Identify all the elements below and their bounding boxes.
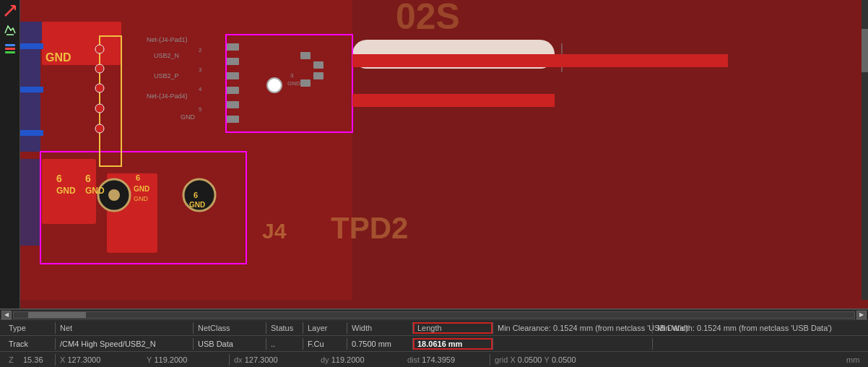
- svg-rect-6: [5, 51, 15, 53]
- svg-rect-38: [226, 116, 239, 123]
- svg-text:6: 6: [136, 173, 140, 182]
- layers-icon[interactable]: [2, 40, 18, 56]
- svg-line-0: [5, 6, 15, 16]
- svg-text:Net-(J4-Pad4): Net-(J4-Pad4): [147, 92, 188, 100]
- svg-text:Net-(J4-Pad1): Net-(J4-Pad1): [147, 36, 188, 43]
- svg-point-65: [95, 45, 104, 53]
- x-value: 127.3000: [67, 355, 100, 364]
- svg-text:GND: GND: [181, 113, 196, 121]
- minwidth-sub-text: (from netclass 'USB Data'): [739, 324, 832, 332]
- svg-text:GND: GND: [189, 201, 205, 209]
- length-value: 18.0616 mm: [413, 338, 492, 350]
- svg-rect-48: [313, 61, 324, 69]
- dy-coord: dy 119.2000: [316, 355, 403, 364]
- svg-text:5: 5: [199, 106, 202, 113]
- layer-value: F.Cu: [303, 340, 347, 348]
- svg-text:6: 6: [194, 191, 198, 199]
- svg-text:GND: GND: [85, 186, 105, 196]
- dx-label: dx: [234, 355, 243, 364]
- horizontal-scrollbar[interactable]: ◀ ▶: [0, 309, 868, 319]
- svg-point-68: [95, 104, 104, 113]
- minwidth-text: Min Width: 0.1524 mm: [657, 324, 737, 332]
- netclass-value: USB Data: [194, 340, 266, 348]
- svg-rect-46: [300, 52, 311, 59]
- svg-text:USB2_P: USB2_P: [154, 72, 179, 79]
- grid-y-label: Y: [544, 355, 550, 364]
- dx-coord: dx 127.3000: [230, 355, 316, 364]
- svg-text:GND: GND: [134, 185, 149, 193]
- svg-rect-35: [226, 72, 239, 79]
- canvas-area[interactable]: GND 6 GND Net-(J4-Pad1) 2 USB2_N 3 3 GND…: [20, 0, 868, 308]
- svg-rect-36: [226, 87, 239, 94]
- dy-label: dy: [321, 355, 329, 364]
- minclear-header: Min Clearance: 0.1524 mm (from netclass …: [493, 324, 652, 332]
- svg-rect-62: [20, 130, 43, 136]
- svg-text:6: 6: [85, 173, 91, 184]
- svg-rect-45: [352, 94, 555, 107]
- svg-text:2: 2: [199, 47, 202, 53]
- scroll-right-button[interactable]: ▶: [856, 311, 867, 319]
- type-value: Track: [4, 340, 55, 348]
- layer-header: Layer: [303, 324, 347, 332]
- length-header: Length: [413, 322, 492, 334]
- svg-text:GND: GND: [45, 51, 71, 64]
- grid-info: grid X 0.0500 Y 0.0500: [490, 355, 842, 364]
- svg-rect-4: [5, 44, 15, 46]
- svg-text:GND: GND: [134, 195, 149, 202]
- status-value: ..: [266, 340, 303, 348]
- svg-text:USB2_N: USB2_N: [154, 52, 179, 59]
- svg-rect-33: [226, 43, 239, 51]
- minwidth-header: Min Width: 0.1524 mm (from netclass 'USB…: [653, 324, 812, 332]
- svg-text:TPD2: TPD2: [331, 211, 408, 245]
- svg-rect-60: [20, 43, 43, 49]
- svg-text:4: 4: [199, 86, 202, 92]
- svg-text:GND: GND: [287, 80, 300, 87]
- divider15: [492, 338, 493, 350]
- y-value: 119.2000: [154, 355, 187, 364]
- svg-text:J4: J4: [262, 219, 287, 243]
- scroll-left-button[interactable]: ◀: [1, 311, 12, 319]
- dist-coord: dist 174.3959: [403, 355, 490, 364]
- status-header: Status: [266, 324, 303, 332]
- type-header: Type: [4, 324, 55, 332]
- dist-label: dist: [407, 355, 420, 364]
- dist-value: 174.3959: [422, 355, 455, 364]
- svg-point-17: [108, 189, 120, 201]
- status-value-row: Track /CM4 High Speed/USB2_N USB Data ..…: [0, 335, 868, 351]
- drc-icon[interactable]: [2, 22, 18, 38]
- divider16: [652, 338, 653, 350]
- netclass-header: NetClass: [194, 324, 266, 332]
- left-toolbar: [0, 0, 20, 308]
- svg-point-69: [95, 124, 104, 133]
- unit-display: mm: [842, 355, 864, 364]
- grid-x-value: 0.0500: [518, 355, 542, 364]
- status-header-row: Type Net NetClass Status Layer Width Len…: [0, 319, 868, 335]
- svg-text:3: 3: [290, 72, 294, 79]
- x-label: X: [60, 355, 65, 364]
- svg-point-67: [95, 84, 104, 92]
- route-icon[interactable]: [2, 3, 18, 19]
- coordinates-row: Z 15.36 X 127.3000 Y 119.2000 dx 127.300…: [0, 351, 868, 367]
- width-header: Width: [347, 324, 412, 332]
- svg-rect-37: [226, 101, 239, 108]
- svg-rect-61: [20, 87, 43, 92]
- svg-rect-44: [352, 54, 728, 67]
- svg-rect-71: [862, 29, 868, 72]
- svg-rect-47: [300, 79, 311, 87]
- minclear-text: Min Clearance: 0.1524 mm: [498, 324, 593, 332]
- svg-rect-34: [226, 58, 239, 65]
- dy-value: 119.2000: [331, 355, 365, 364]
- svg-point-43: [267, 78, 282, 92]
- svg-text:02S: 02S: [396, 0, 460, 37]
- scrollbar-track[interactable]: [13, 311, 855, 319]
- net-header: Net: [56, 324, 193, 332]
- y-coord: Y 119.2000: [142, 355, 229, 364]
- grid-y-value: 0.0500: [552, 355, 576, 364]
- grid-label: grid X: [495, 355, 516, 364]
- bottom-panel: ◀ ▶ Type Net NetClass Status Layer Width…: [0, 308, 868, 367]
- z-label: Z: [4, 355, 19, 364]
- svg-point-66: [95, 64, 104, 73]
- y-label: Y: [147, 355, 152, 364]
- svg-text:3: 3: [199, 66, 202, 73]
- width-value: 0.7500 mm: [347, 340, 412, 348]
